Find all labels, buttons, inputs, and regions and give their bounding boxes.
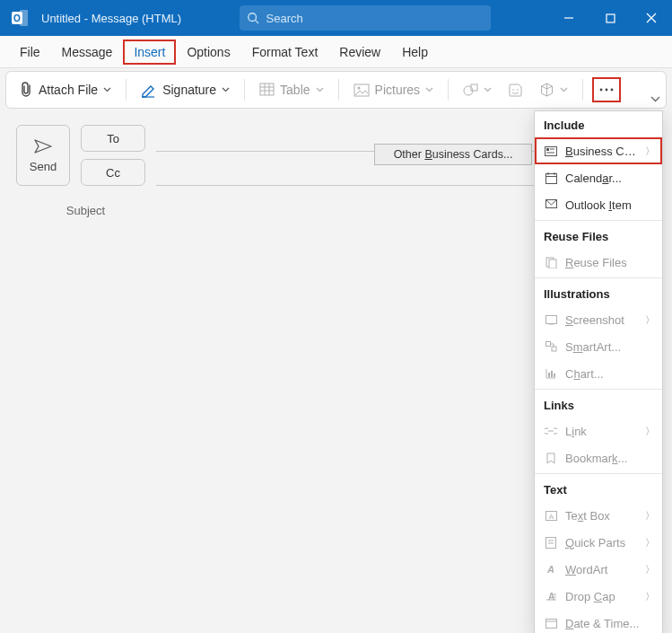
reuse-icon [544, 257, 558, 268]
search-input[interactable]: Search [240, 5, 491, 31]
svg-point-16 [357, 86, 360, 89]
section-text: Text [535, 476, 662, 502]
send-label: Send [30, 160, 57, 173]
svg-rect-42 [551, 371, 553, 377]
paperclip-icon [19, 82, 33, 98]
close-button[interactable] [631, 0, 672, 36]
wordart-icon: A [544, 564, 558, 575]
item-label: WordArt [565, 563, 638, 576]
menu-file[interactable]: File [9, 40, 51, 65]
separator [338, 79, 339, 101]
chevron-right-icon: 〉 [645, 590, 655, 603]
svg-rect-25 [546, 148, 549, 151]
item-business-card[interactable]: Business Card 〉 [535, 137, 662, 164]
subject-label: Subject [16, 204, 155, 217]
chevron-down-icon [560, 87, 568, 92]
chart-icon [544, 368, 558, 379]
item-reuse-files: Reuse Files [535, 249, 662, 276]
minimize-button[interactable] [548, 0, 589, 36]
chevron-right-icon: 〉 [645, 509, 655, 523]
quickparts-icon [544, 537, 558, 549]
table-label: Table [280, 83, 310, 97]
item-smartart: SmartArt... [535, 333, 662, 360]
svg-rect-37 [545, 342, 550, 347]
attach-file-button[interactable]: Attach File [13, 78, 117, 101]
svg-rect-43 [554, 374, 555, 377]
svg-line-4 [255, 21, 258, 24]
menu-options[interactable]: Options [176, 40, 240, 65]
svg-point-3 [248, 13, 256, 22]
svg-rect-35 [545, 315, 556, 323]
separator [448, 79, 449, 101]
item-label: Drop Cap [565, 590, 638, 603]
item-label: Reuse Files [565, 256, 655, 269]
item-label: Calendar... [565, 171, 655, 185]
menu-message[interactable]: Message [51, 40, 124, 65]
link-icon [544, 427, 558, 435]
search-placeholder: Search [266, 12, 303, 25]
item-label: Screenshot [565, 313, 638, 327]
item-calendar[interactable]: Calendar... [535, 164, 662, 191]
bizcard-icon [544, 146, 558, 156]
svg-point-19 [512, 89, 514, 91]
shapes-button[interactable] [458, 79, 497, 101]
menu-format-text[interactable]: Format Text [241, 40, 329, 65]
send-icon [33, 138, 53, 154]
signature-icon [141, 82, 157, 98]
dropcap-icon: A [544, 592, 558, 602]
datetime-icon [544, 618, 558, 629]
svg-text:A: A [546, 564, 554, 575]
smartart-icon [544, 341, 558, 352]
item-label: Text Box [565, 509, 638, 523]
section-links: Links [535, 391, 662, 418]
textbox-icon: A [544, 511, 558, 521]
icons-button[interactable] [502, 79, 528, 101]
chevron-down-icon [484, 87, 492, 92]
attach-file-label: Attach File [39, 83, 98, 97]
item-date-time: Date & Time... [535, 610, 662, 633]
item-label: Business Card [565, 145, 638, 158]
pictures-button[interactable]: Pictures [348, 79, 440, 101]
item-label: SmartArt... [565, 340, 655, 354]
overflow-panel: Include Business Card 〉 Calendar... Outl… [534, 110, 663, 633]
models-button[interactable] [534, 79, 573, 101]
chevron-down-icon [425, 87, 433, 92]
item-link: Link 〉 [535, 418, 662, 444]
item-wordart: A WordArt 〉 [535, 556, 662, 583]
maximize-button[interactable] [589, 0, 631, 36]
more-commands-button[interactable] [592, 77, 621, 102]
svg-rect-1 [20, 10, 28, 26]
item-label: Quick Parts [565, 536, 638, 549]
chevron-right-icon: 〉 [645, 313, 655, 327]
submenu-other-business-cards[interactable]: Other Business Cards... [374, 144, 532, 165]
separator [582, 79, 583, 101]
picture-icon [353, 84, 370, 97]
chevron-right-icon: 〉 [645, 536, 655, 549]
item-drop-cap: A Drop Cap 〉 [535, 583, 662, 610]
chevron-down-icon [103, 87, 111, 92]
svg-point-22 [606, 89, 608, 92]
svg-rect-28 [545, 173, 556, 183]
item-quick-parts: Quick Parts 〉 [535, 529, 662, 556]
item-label: Bookmark... [565, 452, 655, 465]
menu-review[interactable]: Review [328, 40, 391, 65]
item-bookmark: Bookmark... [535, 444, 662, 471]
svg-rect-6 [607, 14, 615, 22]
outlook-icon: O [7, 5, 32, 31]
item-outlook-item[interactable]: Outlook Item [535, 191, 662, 218]
chevron-down-icon [650, 96, 660, 102]
menu-insert[interactable]: Insert [123, 40, 176, 65]
signature-button[interactable]: Signature [135, 78, 235, 101]
item-text-box: A Text Box 〉 [535, 502, 662, 529]
sticker-icon [508, 83, 523, 98]
chevron-right-icon: 〉 [645, 425, 655, 438]
menu-help[interactable]: Help [391, 40, 439, 65]
to-button[interactable]: To [81, 125, 145, 152]
ribbon-expand-button[interactable] [650, 90, 660, 106]
svg-rect-34 [549, 259, 556, 268]
cc-button[interactable]: Cc [81, 159, 145, 186]
send-button[interactable]: Send [16, 125, 70, 186]
item-label: Link [565, 425, 638, 438]
section-reuse-files: Reuse Files [535, 223, 662, 249]
table-button[interactable]: Table [254, 79, 328, 101]
